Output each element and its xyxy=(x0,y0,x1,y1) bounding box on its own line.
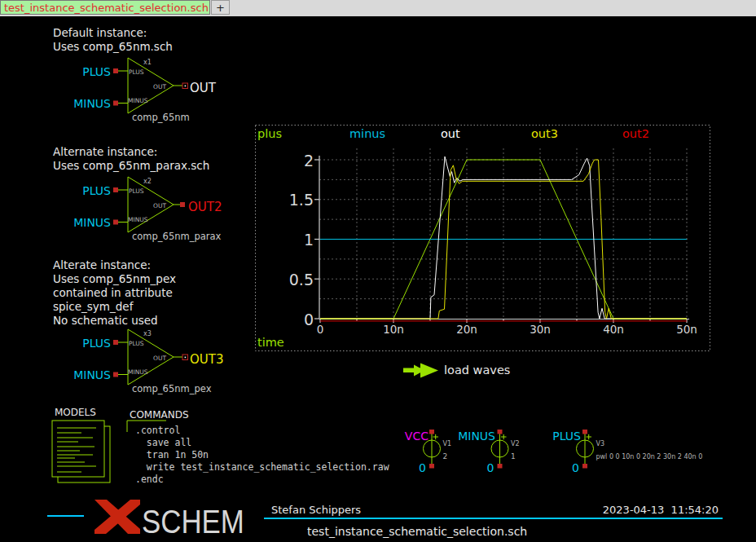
instance-3-header-line: Alterate instance: xyxy=(53,259,151,272)
tab-bar: test_instance_schematic_selection.sch + xyxy=(0,0,756,16)
pin-name-out: OUT xyxy=(143,84,166,91)
load-waves-label[interactable]: load waves xyxy=(444,364,510,377)
instance-3-header-line: Uses comp_65nm_pex xyxy=(53,273,176,286)
x-tick-label: 30n xyxy=(524,324,556,337)
schematic-canvas[interactable]: plusminusoutout3out2010n20n30n40n50n00.5… xyxy=(0,16,756,542)
footer-datetime: 2023-04-13 11:54:20 xyxy=(556,505,719,517)
source-name: V3 xyxy=(596,440,605,447)
pin-name-minus: MINUS xyxy=(128,217,148,224)
net-label-minus: MINUS xyxy=(54,216,111,229)
source-net-label: VCC xyxy=(363,430,429,443)
instance-1-header-line: Uses comp_65nm.sch xyxy=(53,41,173,54)
graph-border xyxy=(256,126,710,351)
pin-name-minus: MINUS xyxy=(128,98,148,105)
instance-3-header-line: contained in attribute xyxy=(53,287,173,300)
symbol-name: comp_65nm xyxy=(132,112,190,123)
net-label-minus: MINUS xyxy=(54,97,111,110)
legend-out: out xyxy=(441,127,460,141)
y-tick-label: 0.5 xyxy=(284,271,314,289)
source-gnd-label: 0 xyxy=(410,461,426,474)
x-axis-label: time xyxy=(257,336,284,350)
source-gnd-label: 0 xyxy=(478,461,494,474)
x-tick-label: 40n xyxy=(597,324,630,337)
pin-name-plus: PLUS xyxy=(129,188,144,196)
legend-out3: out3 xyxy=(531,127,558,141)
designator: x2 xyxy=(143,178,152,185)
source-value: pwl 0 0 10n 0 20n 2 30n 2 40n 0 xyxy=(596,453,703,460)
source-value: 1 xyxy=(511,452,516,460)
symbol-name: comp_65nm_pex xyxy=(132,384,211,394)
pin-name-out: OUT xyxy=(143,203,166,210)
instance-2-header-line: Uses comp_65nm_parax.sch xyxy=(53,160,209,173)
tab-label: test_instance_schematic_selection.sch xyxy=(4,2,209,14)
y-tick-label: 2 xyxy=(284,152,314,170)
source-gnd-label: 0 xyxy=(563,461,579,474)
legend-plus: plus xyxy=(257,127,282,141)
y-tick-label: 1.5 xyxy=(284,192,314,209)
net-label-out: OUT2 xyxy=(188,200,222,214)
pin-name-plus: PLUS xyxy=(129,69,144,77)
designator: x3 xyxy=(143,330,152,337)
instance-1-header-line: Default instance: xyxy=(53,27,147,40)
y-tick-label: 0 xyxy=(284,311,314,329)
logo-text: SCHEM xyxy=(142,503,244,541)
new-tab-button[interactable]: + xyxy=(211,0,230,15)
pin-name-out: OUT xyxy=(143,355,166,363)
designator: x1 xyxy=(143,59,152,66)
new-tab-label: + xyxy=(216,2,225,14)
legend-out2: out2 xyxy=(622,127,649,141)
x-tick-label: 10n xyxy=(377,324,410,337)
instance-3-header-line: spice_sym_def xyxy=(53,301,133,314)
instance-3-header-line: No schematic used xyxy=(53,315,158,328)
source-name: V2 xyxy=(511,440,520,447)
source-net-label: PLUS xyxy=(516,430,581,443)
pin-name-plus: PLUS xyxy=(129,341,144,348)
x-tick-label: 20n xyxy=(451,324,483,337)
x-tick-label: 50n xyxy=(670,324,703,337)
instance-2-header-line: Alternate instance: xyxy=(53,146,157,159)
footer-author: Stefan Schippers xyxy=(271,505,361,517)
legend-minus: minus xyxy=(349,127,385,141)
symbol-name: comp_65nm_parax xyxy=(132,231,221,242)
footer-filename: test_instance_schematic_selection.sch xyxy=(307,525,527,538)
commands-text: .control save all tran 1n 50n write test… xyxy=(135,425,389,486)
net-label-plus: PLUS xyxy=(54,184,111,197)
source-net-label: MINUS xyxy=(430,430,495,443)
net-label-plus: PLUS xyxy=(54,337,111,350)
models-label: MODELS xyxy=(55,408,96,419)
net-label-plus: PLUS xyxy=(54,65,111,78)
pin-name-minus: MINUS xyxy=(128,369,148,377)
source-name: V1 xyxy=(443,440,452,447)
net-label-out: OUT3 xyxy=(190,353,224,367)
source-value: 2 xyxy=(443,452,448,460)
graph-grid xyxy=(319,148,688,319)
net-label-minus: MINUS xyxy=(54,368,111,381)
commands-label: COMMANDS xyxy=(130,410,189,421)
y-tick-label: 1 xyxy=(284,231,314,249)
net-label-out: OUT xyxy=(190,82,216,95)
tab-active[interactable]: test_instance_schematic_selection.sch xyxy=(0,0,210,15)
